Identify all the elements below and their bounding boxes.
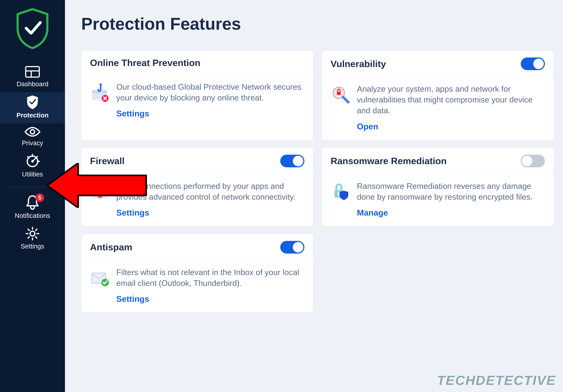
card-description: Filters what is not relevant in the Inbo…	[116, 267, 304, 288]
card-text: Analyze your system, apps and network fo…	[357, 84, 545, 131]
card-online-threat-prevention: Online Threat Prevention	[81, 50, 313, 140]
card-body: Analyze your system, apps and network fo…	[322, 77, 554, 140]
sidebar-item-label: Settings	[0, 243, 65, 250]
magnifier-lock-icon	[331, 84, 351, 131]
card-header: Vulnerability	[322, 51, 554, 77]
sidebar: Dashboard Protection P	[0, 0, 65, 392]
vulnerability-toggle[interactable]	[521, 58, 545, 70]
card-firewall: Firewall	[81, 148, 313, 226]
bell-icon	[0, 195, 65, 210]
card-title: Ransomware Remediation	[331, 156, 447, 166]
watermark: TECHDETECTIVE	[437, 373, 556, 388]
gear-icon	[0, 227, 65, 241]
toggle-knob	[293, 242, 303, 253]
card-antispam: Antispam Filters what is not relevant in	[81, 234, 313, 312]
svg-line-19	[36, 229, 37, 231]
card-title: Online Threat Prevention	[90, 58, 200, 68]
card-header: Firewall	[81, 148, 313, 174]
sidebar-item-protection[interactable]: Protection	[0, 92, 65, 123]
lock-shield-icon	[331, 181, 351, 217]
card-ransomware-remediation: Ransomware Remediation Ra	[322, 148, 554, 226]
svg-line-6	[36, 157, 38, 158]
main-content: Protection Features Online Threat Preven…	[65, 0, 563, 392]
card-text: nitors connections performed by your app…	[116, 181, 304, 217]
settings-link[interactable]: Settings	[116, 294, 149, 304]
sidebar-item-label: Dashboard	[0, 80, 65, 88]
svg-point-3	[30, 130, 35, 134]
app-logo	[15, 8, 50, 50]
sidebar-separator	[8, 187, 57, 187]
sidebar-item-label: Utilities	[0, 171, 65, 178]
card-title: Vulnerability	[331, 59, 386, 69]
manage-link[interactable]: Manage	[357, 208, 388, 217]
card-description: Ransomware Remediation reverses any dama…	[357, 181, 545, 202]
notification-badge: 5	[35, 194, 44, 202]
card-description: Analyze your system, apps and network fo…	[357, 84, 545, 116]
sidebar-item-privacy[interactable]: Privacy	[0, 123, 65, 151]
svg-rect-39	[338, 194, 339, 196]
card-header: Ransomware Remediation	[322, 148, 554, 174]
sidebar-item-label: Privacy	[0, 139, 65, 147]
envelope-check-icon	[90, 267, 110, 304]
svg-line-10	[32, 159, 35, 161]
card-vulnerability: Vulnerability Analyze your system, apps	[322, 50, 554, 140]
phishing-icon	[90, 81, 110, 118]
card-body: Our cloud-based Global Protective Networ…	[81, 75, 313, 127]
eye-icon	[0, 126, 65, 137]
card-body: Filters what is not relevant in the Inbo…	[81, 260, 313, 312]
card-text: Filters what is not relevant in the Inbo…	[116, 267, 304, 304]
ransomware-toggle[interactable]	[521, 155, 545, 167]
sidebar-nav: Dashboard Protection P	[0, 62, 65, 254]
dashboard-icon	[0, 65, 65, 78]
feature-grid: Online Threat Prevention	[81, 50, 554, 312]
svg-rect-26	[337, 92, 341, 95]
card-description: nitors connections performed by your app…	[116, 181, 304, 202]
svg-line-18	[28, 237, 29, 238]
open-link[interactable]: Open	[357, 122, 378, 131]
sidebar-item-label: Protection	[0, 111, 65, 119]
sidebar-item-dashboard[interactable]: Dashboard	[0, 62, 65, 92]
firewall-icon	[90, 181, 110, 217]
card-body: nitors connections performed by your app…	[81, 174, 313, 226]
sidebar-item-label: Notifications	[0, 212, 65, 220]
card-body: Ransomware Remediation reverses any dama…	[322, 174, 554, 226]
gear-speed-icon	[0, 154, 65, 169]
antispam-toggle[interactable]	[280, 241, 304, 254]
toggle-knob	[522, 156, 532, 166]
svg-point-11	[30, 231, 35, 236]
svg-line-16	[28, 229, 29, 231]
sidebar-item-settings[interactable]: Settings	[0, 224, 65, 254]
svg-line-8	[28, 157, 29, 158]
svg-line-25	[343, 97, 348, 102]
sidebar-item-utilities[interactable]: Utilities	[0, 151, 65, 182]
toggle-knob	[293, 156, 303, 166]
svg-rect-0	[26, 67, 39, 77]
app-root: Dashboard Protection P	[0, 0, 563, 392]
card-text: Our cloud-based Global Protective Networ…	[116, 81, 304, 118]
settings-link[interactable]: Settings	[116, 208, 149, 217]
card-header: Online Threat Prevention	[81, 51, 313, 75]
shield-check-icon	[15, 8, 50, 49]
toggle-knob	[533, 59, 544, 69]
card-title: Antispam	[90, 242, 132, 253]
card-header: Antispam	[81, 234, 313, 260]
sidebar-item-notifications[interactable]: 5 Notifications	[0, 192, 65, 224]
card-title: Firewall	[90, 156, 125, 166]
card-description: Our cloud-based Global Protective Networ…	[116, 81, 304, 103]
card-text: Ransomware Remediation reverses any dama…	[357, 181, 545, 217]
firewall-toggle[interactable]	[280, 155, 304, 167]
page-title: Protection Features	[81, 14, 554, 34]
settings-link[interactable]: Settings	[116, 109, 149, 118]
svg-point-22	[100, 83, 102, 86]
svg-line-17	[36, 237, 37, 238]
shield-icon	[0, 95, 65, 110]
